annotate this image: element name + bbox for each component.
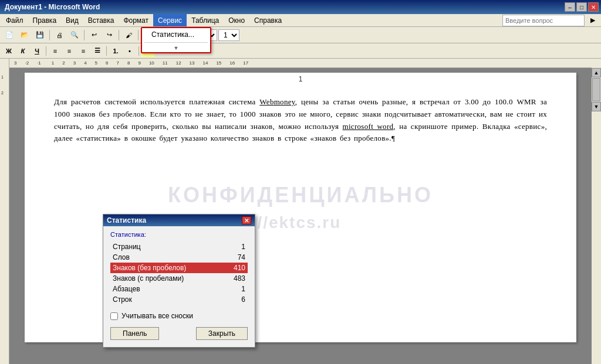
content-area: 1 2 КОНФИДЕНЦИАЛЬНО сайт http://ektcs.ru…	[0, 68, 601, 364]
minimize-button[interactable]: –	[565, 2, 575, 12]
save-button[interactable]: 💾	[33, 29, 47, 42]
footnotes-checkbox-row: Учитывать все сноски	[110, 312, 248, 320]
open-button[interactable]: 📂	[18, 29, 32, 42]
italic-button[interactable]: К	[16, 45, 29, 57]
table-row: Абзацев 1	[110, 284, 248, 294]
undo-button[interactable]: ↩	[87, 29, 101, 42]
help-search-area: ▶	[502, 14, 600, 27]
page-area[interactable]: КОНФИДЕНЦИАЛЬНО сайт http://ektcs.ru 1 Д…	[9, 68, 592, 364]
stats-buttons: Панель Закрыть	[110, 325, 248, 342]
stat-label: Абзацев	[110, 284, 224, 294]
titlebar: Документ1 - Microsoft Word – □ ✕	[0, 0, 601, 14]
footnotes-label: Учитывать все сноски	[121, 312, 193, 320]
stats-dialog-titlebar: Статистика ✕	[103, 215, 255, 226]
align-right-button[interactable]: ≡	[77, 45, 90, 57]
sep2	[84, 30, 85, 40]
standard-toolbar: 📄 📂 💾 🖨 🔍 ↩ ↪ 🖌 Times New Roman 12	[0, 27, 601, 43]
stats-content: Статистика: Страниц 1 Слов 74 Знаков (бе…	[103, 226, 255, 347]
ruler-row: 3 ·2 ·1 1 2 3 4 5 6 7 8 9 10 11 12 13 14…	[0, 59, 601, 68]
stats-table: Страниц 1 Слов 74 Знаков (без пробелов) …	[110, 241, 248, 305]
page-number: 1	[299, 75, 303, 83]
menu-edit[interactable]: Правка	[28, 14, 62, 26]
stat-value: 483	[224, 273, 248, 284]
menu-file[interactable]: Файл	[1, 14, 28, 26]
sep3	[119, 30, 119, 40]
window-title: Документ1 - Microsoft Word	[2, 3, 100, 11]
format-painter-button[interactable]: 🖌	[121, 29, 136, 42]
vertical-ruler: 1 2	[0, 68, 9, 364]
menu-service[interactable]: Сервис	[153, 14, 187, 26]
stats-close-button[interactable]: ✕	[242, 216, 251, 224]
sep1	[49, 30, 50, 40]
help-search-input[interactable]	[502, 15, 585, 26]
print-button[interactable]: 🖨	[52, 29, 66, 42]
menu-table[interactable]: Таблица	[187, 14, 224, 26]
font-size-selector[interactable]: 12	[218, 29, 239, 41]
stat-value: 1	[224, 284, 248, 294]
panel-button[interactable]: Панель	[110, 327, 159, 340]
menu-insert[interactable]: Вставка	[83, 14, 119, 26]
new-button[interactable]: 📄	[2, 29, 16, 42]
menu-view[interactable]: Вид	[61, 14, 83, 26]
statistics-dialog: Статистика ✕ Статистика: Страниц 1 Слов …	[103, 214, 255, 348]
bullets-button[interactable]: •	[123, 45, 136, 57]
scrollbar-track[interactable]	[592, 78, 600, 101]
dropdown-arrow-icon: ▼	[142, 44, 210, 52]
stat-value-highlighted: 410	[224, 263, 248, 273]
stat-value: 74	[224, 252, 248, 263]
underline-button[interactable]: Ч	[31, 45, 43, 57]
fmt-sep2	[106, 46, 107, 56]
stat-label: Знаков (с пробелами)	[110, 273, 224, 284]
formatting-toolbar: Ж К Ч ≡ ≡ ≡ ☰ 1. • ab A	[0, 43, 601, 59]
menubar: Файл Правка Вид Вставка Формат Сервис Та…	[0, 14, 601, 27]
vertical-scrollbar[interactable]: ▲ ▼	[592, 68, 601, 364]
stat-label-highlighted: Знаков (без пробелов)	[110, 263, 224, 273]
table-row-highlighted: Знаков (без пробелов) 410	[110, 263, 248, 273]
align-center-button[interactable]: ≡	[63, 45, 76, 57]
close-button[interactable]: ✕	[588, 2, 599, 12]
scroll-down-button[interactable]: ▼	[592, 102, 601, 111]
align-justify-button[interactable]: ☰	[91, 45, 104, 57]
ruler-corner	[0, 59, 9, 68]
stat-value: 1	[224, 241, 248, 252]
print-preview-button[interactable]: 🔍	[67, 29, 82, 42]
fmt-sep1	[46, 46, 46, 56]
stat-label: Строк	[110, 294, 224, 305]
stat-label: Страниц	[110, 241, 224, 252]
statistics-menu-item[interactable]: Статистика...	[142, 28, 210, 41]
paragraph-text: Для расчетов системой используется плате…	[54, 97, 547, 142]
stat-label: Слов	[110, 252, 224, 263]
menu-format[interactable]: Формат	[119, 14, 153, 26]
align-left-button[interactable]: ≡	[49, 45, 62, 57]
table-row: Слов 74	[110, 252, 248, 263]
bold-button[interactable]: Ж	[2, 45, 15, 57]
stats-section-title: Статистика:	[110, 231, 248, 238]
maximize-button[interactable]: □	[576, 2, 587, 12]
window-controls: – □ ✕	[565, 2, 599, 12]
redo-button[interactable]: ↪	[102, 29, 116, 42]
scrollbar-thumb[interactable]	[592, 78, 600, 101]
ruler-right-corner	[592, 59, 601, 68]
close-dialog-button[interactable]: Закрыть	[196, 327, 248, 340]
sep4	[138, 30, 139, 40]
table-row: Знаков (с пробелами) 483	[110, 273, 248, 284]
table-row: Строк 6	[110, 294, 248, 305]
dropdown-separator	[144, 42, 208, 43]
help-search-button[interactable]: ▶	[586, 14, 600, 27]
footnotes-checkbox[interactable]	[110, 312, 118, 320]
scroll-up-button[interactable]: ▲	[592, 68, 601, 77]
numbering-button[interactable]: 1.	[109, 45, 122, 57]
menu-window[interactable]: Окно	[224, 14, 249, 26]
menu-help[interactable]: Справка	[249, 14, 286, 26]
stats-dialog-title: Статистика	[107, 216, 146, 224]
stat-value: 6	[224, 294, 248, 305]
msword-link: microsoft word	[343, 122, 394, 131]
page-text[interactable]: Для расчетов системой используется плате…	[54, 96, 547, 145]
webmoney-link: Webmoney	[259, 97, 295, 106]
fmt-sep3	[139, 46, 139, 56]
horizontal-ruler: 3 ·2 ·1 1 2 3 4 5 6 7 8 9 10 11 12 13 14…	[9, 59, 592, 68]
service-dropdown: Статистика... ▼	[141, 27, 211, 53]
table-row: Страниц 1	[110, 241, 248, 252]
